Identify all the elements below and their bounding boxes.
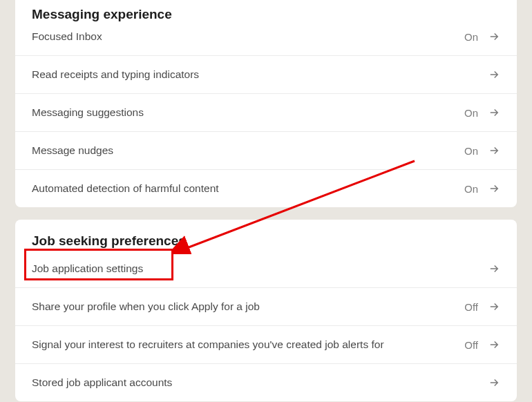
chevron-right-icon (488, 106, 500, 119)
row-status: On (464, 145, 478, 157)
row-label: Signal your interest to recruiters at co… (32, 338, 464, 351)
chevron-right-icon (488, 68, 500, 81)
settings-section-job-seeking: Job seeking preferences Job application … (15, 220, 517, 401)
row-share-profile[interactable]: Share your profile when you click Apply … (15, 287, 517, 325)
chevron-right-icon (488, 338, 500, 351)
row-label: Read receipts and typing indicators (32, 68, 488, 81)
row-label: Share your profile when you click Apply … (32, 300, 464, 313)
row-messaging-suggestions[interactable]: Messaging suggestions On (15, 93, 517, 131)
row-stored-accounts[interactable]: Stored job applicant accounts (15, 363, 517, 401)
section-title: Messaging experience (15, 0, 517, 26)
row-focused-inbox[interactable]: Focused Inbox On (15, 26, 517, 55)
settings-section-messaging: Messaging experience Focused Inbox On Re… (15, 0, 517, 207)
section-title: Job seeking preferences (15, 220, 517, 258)
chevron-right-icon (488, 300, 500, 313)
row-signal-interest[interactable]: Signal your interest to recruiters at co… (15, 325, 517, 363)
row-message-nudges[interactable]: Message nudges On (15, 131, 517, 169)
row-job-application-settings[interactable]: Job application settings (15, 258, 517, 287)
chevron-right-icon (488, 144, 500, 157)
row-label: Automated detection of harmful content (32, 182, 464, 195)
row-status: On (464, 31, 478, 43)
row-label: Job application settings (32, 262, 488, 275)
chevron-right-icon (488, 182, 500, 195)
row-label: Focused Inbox (32, 30, 464, 43)
row-read-receipts[interactable]: Read receipts and typing indicators (15, 55, 517, 93)
row-status: Off (464, 301, 478, 313)
chevron-right-icon (488, 262, 500, 275)
row-status: On (464, 183, 478, 195)
row-status: Off (464, 339, 478, 351)
chevron-right-icon (488, 376, 500, 389)
row-label: Stored job applicant accounts (32, 376, 488, 389)
row-status: On (464, 107, 478, 119)
row-label: Messaging suggestions (32, 106, 464, 119)
row-harmful-content[interactable]: Automated detection of harmful content O… (15, 169, 517, 207)
row-label: Message nudges (32, 144, 464, 157)
chevron-right-icon (488, 30, 500, 43)
